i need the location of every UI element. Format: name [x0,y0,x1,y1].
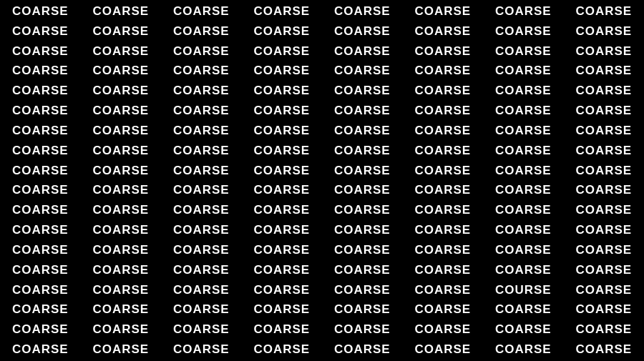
word-cell: COARSE [253,302,310,317]
word-cell: COARSE [173,164,230,178]
word-cell: COARSE [495,84,552,98]
word-cell: COARSE [12,203,69,217]
word-cell: COARSE [12,24,69,39]
word-cell: COARSE [495,263,552,277]
word-cell: COARSE [334,164,391,178]
word-cell: COARSE [173,223,230,237]
word-cell: COARSE [253,263,310,277]
word-cell: COARSE [253,342,310,357]
word-cell: COARSE [12,302,69,317]
word-cell: COARSE [495,24,552,39]
word-cell: COARSE [575,44,632,59]
word-cell: COARSE [334,144,391,158]
word-cell: COARSE [495,4,552,19]
word-cell: COARSE [334,124,391,138]
word-cell: COARSE [334,223,391,237]
word-cell: COARSE [334,4,391,19]
word-cell: COARSE [334,24,391,39]
word-cell: COARSE [173,203,230,217]
word-cell: COARSE [495,183,552,197]
word-cell: COARSE [334,183,391,197]
word-cell: COARSE [253,283,310,297]
word-grid: COARSECOARSECOARSECOARSECOARSECOARSECOAR… [0,0,644,361]
word-cell: COARSE [253,104,310,118]
word-cell: COARSE [12,322,69,337]
odd-word-cell: COURSE [495,283,552,297]
word-cell: COARSE [575,302,632,317]
word-cell: COARSE [92,203,149,217]
word-cell: COARSE [92,302,149,317]
word-cell: COARSE [414,203,471,217]
word-cell: COARSE [173,24,230,39]
word-cell: COARSE [12,164,69,178]
word-cell: COARSE [414,342,471,357]
word-cell: COARSE [495,104,552,118]
word-cell: COARSE [173,84,230,98]
word-cell: COARSE [173,243,230,257]
word-cell: COARSE [414,104,471,118]
word-cell: COARSE [173,342,230,357]
word-cell: COARSE [575,84,632,98]
word-cell: COARSE [575,4,632,19]
word-cell: COARSE [12,342,69,357]
word-cell: COARSE [253,243,310,257]
word-cell: COARSE [334,243,391,257]
word-cell: COARSE [334,84,391,98]
word-cell: COARSE [253,24,310,39]
word-cell: COARSE [334,104,391,118]
word-cell: COARSE [173,144,230,158]
word-cell: COARSE [12,263,69,277]
word-cell: COARSE [414,243,471,257]
word-cell: COARSE [173,283,230,297]
word-cell: COARSE [575,164,632,178]
word-cell: COARSE [12,144,69,158]
word-cell: COARSE [495,64,552,78]
word-cell: COARSE [495,44,552,59]
word-cell: COARSE [414,283,471,297]
word-cell: COARSE [253,322,310,337]
word-cell: COARSE [173,104,230,118]
word-cell: COARSE [92,263,149,277]
word-cell: COARSE [173,263,230,277]
word-cell: COARSE [334,302,391,317]
word-cell: COARSE [253,183,310,197]
word-cell: COARSE [495,144,552,158]
word-cell: COARSE [575,64,632,78]
word-cell: COARSE [414,223,471,237]
word-cell: COARSE [12,124,69,138]
word-cell: COARSE [253,44,310,59]
word-cell: COARSE [414,183,471,197]
word-cell: COARSE [12,4,69,19]
word-cell: COARSE [334,342,391,357]
word-cell: COARSE [414,164,471,178]
word-cell: COARSE [414,144,471,158]
word-cell: COARSE [575,342,632,357]
word-cell: COARSE [253,4,310,19]
word-cell: COARSE [414,64,471,78]
word-cell: COARSE [92,144,149,158]
word-cell: COARSE [495,342,552,357]
word-cell: COARSE [334,263,391,277]
word-cell: COARSE [253,124,310,138]
word-cell: COARSE [414,24,471,39]
word-cell: COARSE [575,24,632,39]
word-cell: COARSE [92,183,149,197]
word-cell: COARSE [414,124,471,138]
word-cell: COARSE [92,84,149,98]
word-cell: COARSE [495,322,552,337]
word-cell: COARSE [173,302,230,317]
word-cell: COARSE [575,203,632,217]
word-cell: COARSE [334,283,391,297]
word-cell: COARSE [173,322,230,337]
word-cell: COARSE [12,104,69,118]
word-cell: COARSE [575,144,632,158]
word-cell: COARSE [92,223,149,237]
word-cell: COARSE [414,322,471,337]
word-cell: COARSE [92,4,149,19]
word-cell: COARSE [92,44,149,59]
word-cell: COARSE [575,263,632,277]
word-cell: COARSE [92,164,149,178]
word-cell: COARSE [173,4,230,19]
word-cell: COARSE [92,24,149,39]
word-cell: COARSE [92,283,149,297]
